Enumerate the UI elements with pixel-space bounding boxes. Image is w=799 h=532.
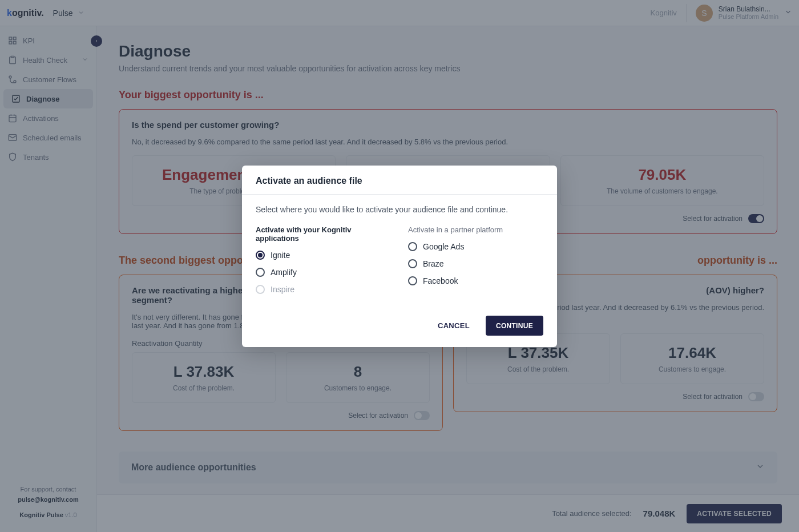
modal-overlay[interactable]: Activate an audience file Select where y… <box>0 0 799 532</box>
radio-option-inspire: Inspire <box>256 285 391 294</box>
radio-label: Braze <box>423 259 444 268</box>
modal-col1-title: Activate with your Kognitiv applications <box>256 225 391 243</box>
radio-label: Inspire <box>271 285 294 294</box>
radio-icon <box>408 242 417 251</box>
modal-col2-title: Activate in a partner platform <box>408 225 543 234</box>
radio-label: Facebook <box>423 276 458 285</box>
radio-option-ignite[interactable]: Ignite <box>256 251 391 260</box>
radio-icon <box>256 285 265 294</box>
radio-icon <box>408 259 417 268</box>
radio-option-facebook[interactable]: Facebook <box>408 276 543 285</box>
radio-label: Ignite <box>271 251 290 260</box>
radio-option-braze[interactable]: Braze <box>408 259 543 268</box>
cancel-button[interactable]: CANCEL <box>430 316 478 336</box>
radio-option-google-ads[interactable]: Google Ads <box>408 242 543 251</box>
radio-icon <box>256 268 265 277</box>
activate-audience-modal: Activate an audience file Select where y… <box>242 166 557 347</box>
radio-label: Google Ads <box>423 242 464 251</box>
radio-option-amplify[interactable]: Amplify <box>256 268 391 277</box>
modal-title: Activate an audience file <box>242 166 557 194</box>
radio-icon <box>256 251 265 260</box>
modal-intro: Select where you would like to activate … <box>256 205 543 214</box>
radio-icon <box>408 276 417 285</box>
radio-label: Amplify <box>271 268 297 277</box>
continue-button[interactable]: CONTINUE <box>486 316 543 336</box>
